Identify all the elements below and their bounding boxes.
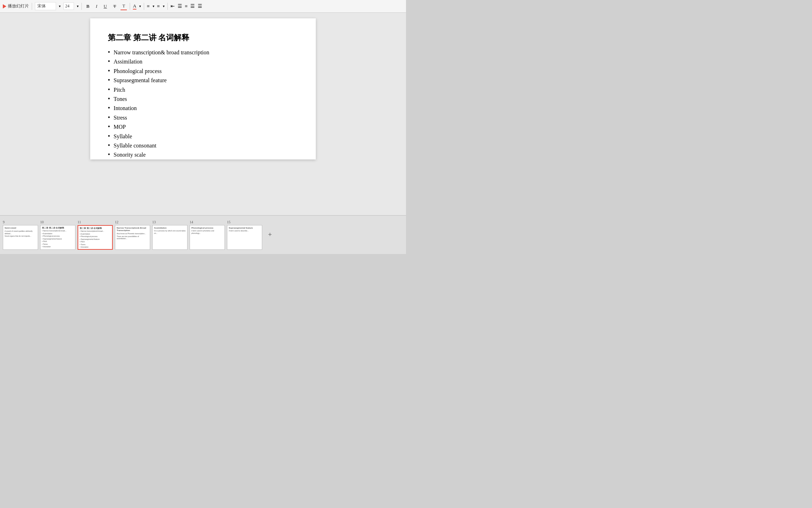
thumbnail-number: 12 [115,220,118,224]
list-item: Tones [108,95,298,103]
list-style-dropdown-2[interactable]: ▾ [163,4,165,8]
list-item: MOP [108,123,298,131]
strikethrough-button[interactable]: T [111,3,118,10]
list-item: Narrow transcription& broad transcriptio… [108,49,298,56]
thumbnail-number: 13 [152,220,156,224]
slide-list: Narrow transcription& broad transcriptio… [108,49,298,159]
divider-2 [81,3,82,10]
list-item: Phonological process [108,67,298,75]
list-item: Stress [108,114,298,122]
justify-icon[interactable]: ☰ [198,3,202,9]
list-item: Assimilation [108,58,298,66]
thumbnail-image[interactable]: Semi-vowelA sound of vowel qualities arb… [3,225,38,250]
add-slide-button[interactable]: + [266,231,274,239]
thumbnail-item[interactable]: 15Suprasegmental featureA term used to d… [227,220,262,250]
thumbnail-image[interactable]: Narrow Transcription& Broad Transcriptio… [115,225,150,250]
font-size-dropdown-arrow[interactable]: ▾ [77,4,79,8]
list-item: Suprasegmental feature [108,77,298,84]
indent-left-icon[interactable]: ⇤ [171,3,175,9]
thumbnail-number: 14 [190,220,193,224]
align-right-icon[interactable]: ☰ [190,3,195,9]
divider-5 [167,3,168,10]
thumbnail-number: 15 [227,220,230,224]
font-size-selector[interactable]: 24 [63,2,74,10]
thumbnail-item[interactable]: 9Semi-vowelA sound of vowel qualities ar… [3,220,38,250]
align-center-icon[interactable]: ≡ [185,4,188,9]
play-label: 播放幻灯片 [8,3,29,9]
list-style-icon-1[interactable]: ≡ [147,4,150,9]
font-selector[interactable]: 宋体 [35,2,56,10]
main-area: 第二章 第二讲 名词解释 Narrow transcription& broad… [0,13,406,254]
thumbnail-image[interactable]: 第二章 第二讲 名词解释• Narrow transcription& broa… [78,225,113,250]
thumbnail-strip: 9Semi-vowelA sound of vowel qualities ar… [0,215,406,254]
divider-1 [32,3,32,10]
list-item: Pitch [108,86,298,94]
slide-wrapper: 第二章 第二讲 名词解释 Narrow transcription& broad… [0,13,406,215]
list-style-icon-2[interactable]: ≡ [157,4,160,9]
play-icon [3,4,6,8]
italic-button[interactable]: I [94,3,99,10]
thumbnail-item[interactable]: 14Phonological processA term used in pho… [190,220,225,250]
list-item: Sonority scale [108,151,298,159]
thumbnail-item[interactable]: 10第二章 第二讲 名词解释• Narrow transcription& br… [40,220,75,250]
list-style-dropdown-1[interactable]: ▾ [153,4,154,8]
thumbnail-image[interactable]: AssimilationIt is a process by which one… [152,225,187,250]
thumbnail-image[interactable]: Phonological processA term used in phone… [190,225,225,250]
thumbnail-number: 9 [3,220,5,224]
toolbar: 播放幻灯片 宋体 ▾ 24 ▾ B I U T T A ▾ ≡ ▾ ≡ ▾ ⇤ … [0,0,406,13]
thumbnail-item[interactable]: 11第二章 第二讲 名词解释• Narrow transcription& br… [78,220,113,250]
list-item: Syllable consonant [108,142,298,150]
list-item: Syllable [108,133,298,140]
list-item: Intonation [108,104,298,112]
slide-title: 第二章 第二讲 名词解释 [108,32,298,43]
thumbnail-number: 11 [78,220,81,224]
font2-dropdown-arrow[interactable]: ▾ [139,4,141,8]
bold-button[interactable]: B [85,3,91,10]
divider-3 [130,3,130,10]
align-left-icon[interactable]: ☰ [178,3,182,9]
thumbnail-item[interactable]: 12Narrow Transcription& Broad Transcript… [115,220,150,250]
slide-canvas[interactable]: 第二章 第二讲 名词解释 Narrow transcription& broad… [90,18,316,159]
divider-4 [144,3,144,10]
thumbnail-image[interactable]: 第二章 第二讲 名词解释• Narrow transcription& broa… [40,225,75,250]
font-color-T-button[interactable]: T [121,2,127,10]
font2-color-button[interactable]: A [133,3,136,10]
font-dropdown-arrow[interactable]: ▾ [59,4,61,8]
play-button[interactable]: 播放幻灯片 [3,3,29,9]
thumbnail-item[interactable]: 13AssimilationIt is a process by which o… [152,220,187,250]
thumbnail-number: 10 [40,220,44,224]
thumbnail-image[interactable]: Suprasegmental featureA term used to des… [227,225,262,250]
underline-button[interactable]: U [102,3,109,10]
